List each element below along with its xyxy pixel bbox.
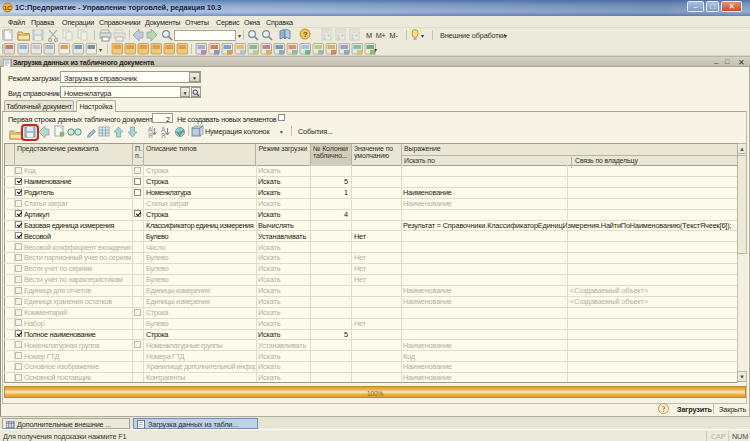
svg-text:?: ? bbox=[303, 30, 308, 39]
svg-text:?: ? bbox=[662, 405, 666, 414]
svg-text:1C: 1C bbox=[4, 5, 12, 11]
